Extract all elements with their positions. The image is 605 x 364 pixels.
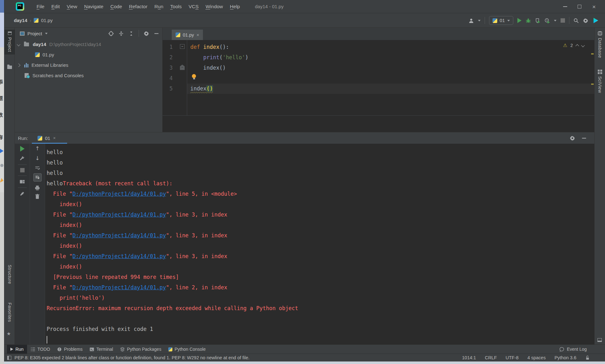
tool-tab-project[interactable]: Project: [4, 30, 15, 55]
menu-edit[interactable]: Edit: [48, 0, 63, 13]
tab-close-icon[interactable]: ×: [53, 136, 55, 141]
tool-button-problems[interactable]: Problems: [54, 345, 86, 354]
indent-widget[interactable]: 4 spaces: [527, 355, 546, 360]
tool-tab-structure[interactable]: Structure: [7, 265, 12, 284]
minimize-button[interactable]: [558, 0, 572, 13]
stop-button[interactable]: [561, 18, 565, 23]
project-view-select[interactable]: Project: [20, 31, 48, 36]
panel-settings-gear-icon[interactable]: [144, 31, 149, 36]
soft-wrap-icon[interactable]: [35, 165, 40, 171]
tool-window-layout-icon[interactable]: [597, 338, 602, 342]
menu-help[interactable]: Help: [227, 0, 244, 13]
tool-tab-database[interactable]: Database: [595, 31, 605, 58]
up-arrow-icon[interactable]: ↑: [35, 146, 39, 151]
line-number[interactable]: 4: [165, 73, 173, 84]
tree-row-external-libraries[interactable]: External Libraries: [15, 60, 162, 70]
scroll-to-end-button[interactable]: [33, 173, 42, 182]
tree-row-day14[interactable]: day14 D:\pythonProject1\day14: [15, 39, 162, 49]
restore-layout-icon[interactable]: [20, 179, 25, 184]
line-number[interactable]: 1: [165, 42, 173, 52]
debug-icon[interactable]: [526, 18, 531, 23]
code-editor[interactable]: 1 2 3 4 5 − − def index(): print('hello'…: [163, 40, 594, 132]
status-panel-icon[interactable]: [7, 356, 11, 360]
interpreter-widget[interactable]: Python 3.6: [555, 355, 576, 360]
profiler-icon[interactable]: [544, 18, 550, 23]
menu-tools[interactable]: Tools: [167, 0, 185, 13]
plugin-logo-icon[interactable]: [592, 17, 599, 24]
prev-warning-icon[interactable]: [575, 44, 579, 48]
file-link[interactable]: D:/pythonProject1/day14/01.py: [72, 211, 166, 218]
line-number[interactable]: 5: [165, 84, 173, 94]
tree-row-scratches[interactable]: Scratches and Consoles: [15, 70, 162, 81]
inspection-widget[interactable]: ⚠ 2: [563, 43, 584, 48]
settings-gear-icon[interactable]: [583, 18, 588, 23]
pycharm-logo-icon[interactable]: PC: [16, 2, 24, 11]
pin-icon[interactable]: [20, 191, 25, 196]
next-warning-icon[interactable]: [581, 43, 585, 47]
close-button[interactable]: ×: [587, 0, 601, 13]
collapse-all-icon[interactable]: [129, 31, 134, 36]
line-ending-widget[interactable]: CRLF: [485, 355, 497, 360]
breadcrumb-file[interactable]: 01.py: [41, 18, 53, 23]
down-arrow-icon[interactable]: ↓: [35, 156, 39, 161]
status-message[interactable]: PEP 8: E305 expected 2 blank lines after…: [14, 355, 250, 360]
locate-file-icon[interactable]: [108, 31, 114, 36]
error-stripe-mark[interactable]: [591, 53, 594, 55]
editor-tab-01py[interactable]: 01.py ×: [172, 30, 203, 40]
maximize-button[interactable]: [572, 0, 587, 13]
line-number[interactable]: 2: [165, 52, 173, 63]
expand-all-icon[interactable]: [118, 31, 124, 36]
run-with-coverage-icon[interactable]: [535, 18, 540, 23]
menu-code[interactable]: Code: [107, 0, 125, 13]
error-stripe-mark[interactable]: [591, 84, 594, 85]
menu-refactor[interactable]: Refactor: [125, 0, 151, 13]
search-icon[interactable]: [573, 18, 579, 23]
menu-navigate[interactable]: Navigate: [81, 0, 107, 13]
run-settings-gear-icon[interactable]: [570, 136, 575, 141]
tree-row-01py[interactable]: 01.py: [15, 49, 162, 60]
tool-button-run[interactable]: Run: [7, 345, 27, 354]
tool-button-python-packages[interactable]: Python Packages: [117, 345, 165, 354]
chevron-down-icon[interactable]: [17, 43, 20, 46]
user-dropdown-icon[interactable]: [478, 20, 481, 21]
hide-panel-icon[interactable]: [154, 31, 159, 36]
run-tab-01[interactable]: 01 ×: [35, 132, 58, 144]
menu-vcs[interactable]: VCS: [185, 0, 202, 13]
user-icon[interactable]: [469, 18, 474, 23]
folder-icon[interactable]: [7, 66, 12, 69]
encoding-widget[interactable]: UTF-8: [506, 355, 519, 360]
tool-button-todo[interactable]: TODO: [27, 345, 54, 354]
tab-close-icon[interactable]: ×: [196, 32, 199, 38]
wrench-icon[interactable]: [20, 156, 25, 161]
line-number[interactable]: 3: [165, 63, 173, 73]
event-log-button[interactable]: Event Log: [560, 347, 587, 352]
rerun-button[interactable]: [20, 146, 25, 152]
run-configuration-select[interactable]: 01: [489, 16, 513, 25]
fold-marker-icon[interactable]: −: [180, 44, 185, 49]
unlock-icon[interactable]: [585, 355, 590, 360]
breadcrumb-project[interactable]: day14: [14, 18, 27, 23]
menu-file[interactable]: File: [33, 0, 48, 13]
run-options-dropdown-icon[interactable]: [554, 20, 556, 21]
print-icon[interactable]: [35, 185, 40, 191]
trash-icon[interactable]: [35, 194, 40, 199]
run-console[interactable]: hello hello hello hello helloTraceback (…: [45, 144, 594, 344]
tool-button-terminal[interactable]: Terminal: [86, 345, 117, 354]
file-link[interactable]: D:/pythonProject1/day14/01.py: [72, 284, 166, 291]
menu-run[interactable]: Run: [151, 0, 167, 13]
star-icon[interactable]: ★: [7, 331, 11, 337]
chevron-right-icon[interactable]: [17, 63, 20, 67]
menu-window[interactable]: Window: [202, 0, 226, 13]
fold-end-marker-icon[interactable]: −: [180, 65, 185, 70]
tool-tab-favorites[interactable]: Favorites: [7, 303, 12, 322]
menu-view[interactable]: View: [63, 0, 81, 13]
hide-panel-icon[interactable]: [581, 136, 587, 141]
run-button[interactable]: [517, 18, 521, 23]
file-link[interactable]: D:/pythonProject1/day14/01.py: [72, 232, 166, 239]
stop-button[interactable]: [20, 168, 25, 172]
file-link[interactable]: D:/pythonProject1/day14/01.py: [72, 191, 166, 197]
tool-tab-sciview[interactable]: SciView: [595, 69, 605, 93]
tool-button-python-console[interactable]: Python Console: [165, 345, 209, 354]
intention-bulb-icon[interactable]: [192, 74, 196, 78]
file-link[interactable]: D:/pythonProject1/day14/01.py: [72, 253, 166, 259]
